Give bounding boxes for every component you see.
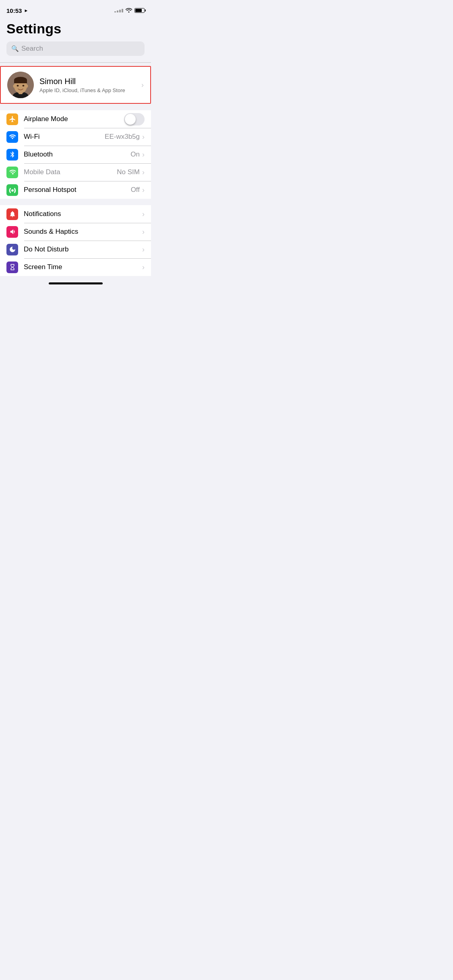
wifi-item[interactable]: Wi-Fi EE-wx3b5g › bbox=[0, 128, 151, 146]
signal-icon bbox=[114, 9, 123, 12]
home-indicator bbox=[0, 279, 151, 288]
dnd-chevron: › bbox=[142, 245, 145, 254]
wifi-label: Wi-Fi bbox=[24, 133, 105, 141]
airplane-mode-label: Airplane Mode bbox=[24, 115, 124, 123]
bell-icon bbox=[9, 210, 16, 218]
sounds-haptics-label: Sounds & Haptics bbox=[24, 228, 142, 236]
hotspot-item-icon bbox=[6, 184, 18, 196]
hourglass-icon bbox=[9, 264, 16, 271]
bluetooth-icon bbox=[9, 151, 16, 158]
profile-name: Simon Hill bbox=[39, 77, 125, 86]
bluetooth-label: Bluetooth bbox=[24, 150, 130, 159]
bluetooth-item[interactable]: Bluetooth On › bbox=[0, 146, 151, 163]
mobile-data-icon bbox=[6, 167, 18, 178]
svg-point-6 bbox=[13, 84, 16, 88]
airplane-mode-item[interactable]: Airplane Mode bbox=[0, 110, 151, 128]
volume-icon bbox=[9, 228, 16, 235]
dnd-label: Do Not Disturb bbox=[24, 245, 142, 253]
status-bar: 10:53 ► bbox=[0, 0, 151, 18]
status-time: 10:53 ► bbox=[6, 7, 28, 14]
avatar-image bbox=[7, 72, 34, 98]
notifications-group: Notifications › Sounds & Haptics › Do No… bbox=[0, 205, 151, 276]
sounds-haptics-item[interactable]: Sounds & Haptics › bbox=[0, 223, 151, 241]
notifications-item[interactable]: Notifications › bbox=[0, 205, 151, 223]
screen-time-chevron: › bbox=[142, 263, 145, 272]
notifications-icon bbox=[6, 208, 18, 220]
airplane-mode-icon bbox=[6, 113, 18, 125]
search-container: 🔍 Search bbox=[0, 41, 151, 62]
bluetooth-chevron: › bbox=[142, 150, 145, 159]
hotspot-icon bbox=[9, 186, 16, 194]
svg-point-8 bbox=[17, 85, 19, 86]
page-header: Settings bbox=[0, 18, 151, 41]
battery-icon bbox=[134, 8, 145, 13]
wifi-status-icon bbox=[126, 7, 132, 14]
moon-icon bbox=[9, 246, 16, 253]
svg-point-9 bbox=[23, 85, 25, 86]
wifi-item-icon bbox=[6, 131, 18, 143]
connectivity-group: Airplane Mode Wi-Fi EE-wx3b5g › Bluetoot… bbox=[0, 110, 151, 199]
wifi-icon bbox=[9, 133, 16, 140]
sounds-icon bbox=[6, 226, 18, 238]
search-icon: 🔍 bbox=[11, 45, 19, 52]
section-gap-1 bbox=[0, 63, 151, 66]
wifi-chevron: › bbox=[142, 133, 145, 141]
mobile-data-chevron: › bbox=[142, 168, 145, 177]
screen-time-label: Screen Time bbox=[24, 263, 142, 271]
svg-rect-5 bbox=[14, 80, 27, 83]
mobile-data-item[interactable]: Mobile Data No SIM › bbox=[0, 163, 151, 181]
search-bar[interactable]: 🔍 Search bbox=[6, 41, 145, 56]
hotspot-label: Personal Hotspot bbox=[24, 186, 131, 194]
status-right bbox=[114, 7, 145, 14]
screen-time-icon bbox=[6, 261, 18, 273]
profile-info: Simon Hill Apple ID, iCloud, iTunes & Ap… bbox=[39, 77, 125, 93]
airplane-mode-toggle[interactable] bbox=[124, 113, 145, 126]
svg-point-7 bbox=[26, 84, 28, 88]
profile-subtitle: Apple ID, iCloud, iTunes & App Store bbox=[39, 87, 125, 93]
home-bar bbox=[49, 282, 103, 284]
bluetooth-item-icon bbox=[6, 149, 18, 161]
notifications-label: Notifications bbox=[24, 210, 142, 218]
notifications-chevron: › bbox=[142, 210, 145, 218]
mobile-data-value: No SIM bbox=[117, 168, 140, 176]
section-gap-2 bbox=[0, 104, 151, 107]
cellular-icon bbox=[9, 169, 16, 176]
wifi-value: EE-wx3b5g bbox=[105, 133, 140, 141]
do-not-disturb-item[interactable]: Do Not Disturb › bbox=[0, 241, 151, 258]
hotspot-value: Off bbox=[131, 186, 140, 194]
profile-chevron: › bbox=[141, 81, 144, 89]
hotspot-chevron: › bbox=[142, 186, 145, 194]
avatar bbox=[7, 72, 34, 98]
personal-hotspot-item[interactable]: Personal Hotspot Off › bbox=[0, 181, 151, 199]
search-placeholder: Search bbox=[21, 45, 43, 53]
section-gap-3 bbox=[0, 199, 151, 202]
location-icon: ► bbox=[24, 8, 28, 13]
screen-time-item[interactable]: Screen Time › bbox=[0, 258, 151, 276]
profile-left: Simon Hill Apple ID, iCloud, iTunes & Ap… bbox=[7, 72, 125, 98]
mobile-data-label: Mobile Data bbox=[24, 168, 117, 176]
bluetooth-value: On bbox=[130, 150, 140, 159]
dnd-icon bbox=[6, 244, 18, 255]
profile-card[interactable]: Simon Hill Apple ID, iCloud, iTunes & Ap… bbox=[0, 66, 151, 104]
page-title: Settings bbox=[6, 21, 145, 37]
sounds-haptics-chevron: › bbox=[142, 228, 145, 236]
airplane-icon bbox=[9, 115, 16, 123]
